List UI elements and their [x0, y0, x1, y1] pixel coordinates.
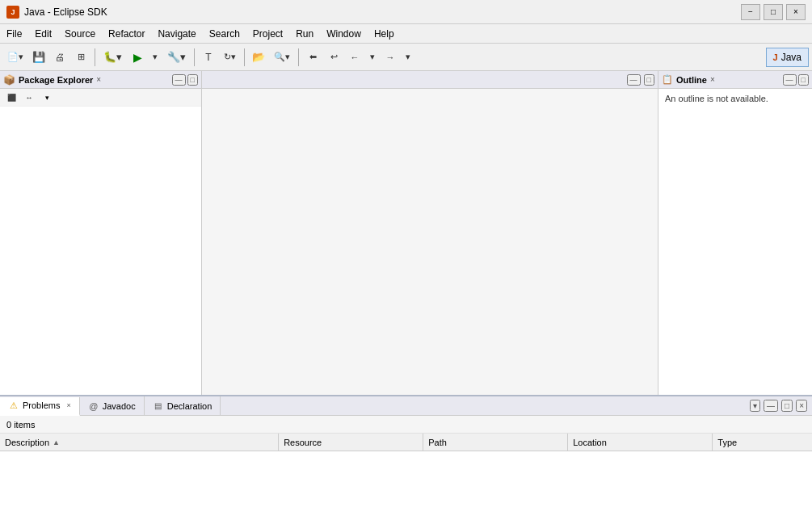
perspective-java-button[interactable]: J Java — [766, 48, 809, 67]
toolbar-separator-2 — [194, 48, 195, 66]
panels-row: 📦 Package Explorer × — □ ⬛ ↔ ▾ — [0, 71, 812, 395]
minimize-window-button[interactable]: − — [741, 4, 760, 20]
bottom-controls: ▾ — □ × — [750, 400, 812, 412]
view-menu-button[interactable]: ▾ — [39, 90, 55, 105]
window-controls: − □ × — [741, 4, 806, 20]
debug-button[interactable]: 🐛▾ — [99, 48, 126, 67]
package-explorer-minimize-button[interactable]: — — [172, 74, 186, 86]
package-explorer-content — [0, 107, 201, 395]
tab-javadoc[interactable]: @ Javadoc — [80, 396, 145, 415]
outline-header: 📋 Outline × — □ — [658, 71, 812, 89]
save-button[interactable]: 💾 — [29, 48, 48, 67]
bottom-close-button[interactable]: × — [796, 400, 807, 412]
outline-icon: 📋 — [662, 74, 673, 85]
bottom-maximize-button[interactable]: □ — [781, 400, 793, 412]
menu-navigate[interactable]: Navigate — [151, 27, 202, 41]
package-explorer-icon: 📦 — [3, 74, 15, 86]
package-explorer-header: 📦 Package Explorer × — □ — [0, 71, 201, 89]
toolbar-separator-4 — [298, 48, 299, 66]
menu-refactor[interactable]: Refactor — [102, 27, 151, 41]
outline-minimize-button[interactable]: — — [783, 74, 797, 86]
col-location[interactable]: Location — [568, 434, 713, 451]
bottom-viewmenu-button[interactable]: ▾ — [750, 400, 760, 412]
menu-project[interactable]: Project — [246, 27, 289, 41]
tab-problems[interactable]: ⚠ Problems × — [0, 397, 80, 416]
menu-search[interactable]: Search — [203, 27, 246, 41]
maximize-window-button[interactable]: □ — [764, 4, 783, 20]
menu-help[interactable]: Help — [368, 27, 401, 41]
tab-declaration[interactable]: ▤ Declaration — [145, 396, 221, 415]
package-explorer-panel: 📦 Package Explorer × — □ ⬛ ↔ ▾ — [0, 71, 202, 395]
sort-description-icon: ▲ — [53, 438, 60, 446]
app-title: Java - Eclipse SDK — [24, 6, 107, 18]
outline-maximize-button[interactable]: □ — [798, 74, 809, 86]
back-button[interactable]: ← — [345, 48, 364, 67]
col-description-label: Description — [5, 438, 49, 447]
run-dropdown[interactable]: ▾ — [149, 48, 162, 67]
search-button[interactable]: 📂 — [249, 48, 268, 67]
menu-bar: File Edit Source Refactor Navigate Searc… — [0, 24, 812, 44]
package-explorer-close-button[interactable]: × — [96, 75, 101, 84]
bottom-minimize-button[interactable]: — — [764, 400, 778, 412]
tab-problems-close-icon[interactable]: × — [66, 401, 70, 409]
menu-run[interactable]: Run — [289, 27, 320, 41]
main-layout: 📦 Package Explorer × — □ ⬛ ↔ ▾ — [0, 71, 812, 524]
outline-message: An outline is not available. — [665, 94, 768, 103]
link-with-editor-button[interactable]: ↔ — [21, 90, 37, 105]
col-location-label: Location — [573, 438, 607, 447]
col-type-label: Type — [717, 438, 737, 447]
package-explorer-maximize-button[interactable]: □ — [187, 74, 198, 86]
search-dropdown[interactable]: 🔍▾ — [270, 48, 294, 67]
collapse-all-button[interactable]: ⬛ — [3, 90, 19, 105]
title-bar: J Java - Eclipse SDK − □ × — [0, 0, 812, 24]
menu-source[interactable]: Source — [58, 27, 102, 41]
menu-file[interactable]: File — [0, 27, 28, 41]
menu-window[interactable]: Window — [320, 27, 368, 41]
col-path[interactable]: Path — [423, 434, 568, 451]
problems-table-header: Description ▲ Resource Path Location Typ… — [0, 434, 812, 451]
back-dropdown[interactable]: ▾ — [366, 48, 379, 67]
app-icon: J — [6, 6, 19, 19]
new-button[interactable]: 📄▾ — [3, 48, 27, 67]
tab-javadoc-label: Javadoc — [103, 401, 136, 411]
close-window-button[interactable]: × — [786, 4, 806, 20]
problems-count: 0 items — [6, 420, 35, 430]
menu-edit[interactable]: Edit — [28, 27, 58, 41]
tab-declaration-label: Declaration — [167, 401, 212, 411]
col-description[interactable]: Description ▲ — [0, 434, 279, 451]
problems-count-row: 0 items — [0, 416, 812, 434]
editor-maximize-button[interactable]: □ — [644, 74, 654, 86]
saveall-button[interactable]: ⊞ — [71, 48, 90, 67]
col-resource-label: Resource — [284, 438, 322, 447]
editor-content[interactable] — [202, 89, 658, 395]
tab-problems-label: Problems — [23, 400, 60, 410]
problems-icon: ⚠ — [8, 400, 19, 411]
bottom-panel: ⚠ Problems × @ Javadoc ▤ Declaration ▾ —… — [0, 395, 812, 524]
run-button[interactable]: ▶ — [128, 48, 147, 67]
open-type-button[interactable]: T — [199, 48, 218, 67]
toolbar-separator-3 — [244, 48, 245, 66]
col-resource[interactable]: Resource — [279, 434, 423, 451]
outline-content: An outline is not available. — [658, 89, 812, 395]
next-edit-button[interactable]: ↩ — [324, 48, 343, 67]
col-path-label: Path — [428, 438, 447, 447]
outline-panel: 📋 Outline × — □ An outline is not availa… — [658, 71, 812, 395]
package-explorer-toolbar: ⬛ ↔ ▾ — [0, 89, 201, 107]
javadoc-icon: @ — [88, 400, 99, 412]
declaration-icon: ▤ — [153, 400, 164, 412]
bottom-panel-content: 0 items Description ▲ Resource Path Loca… — [0, 416, 812, 524]
editor-area: — □ — [202, 71, 658, 395]
print-button[interactable]: 🖨 — [50, 48, 69, 67]
forward-dropdown[interactable]: ▾ — [402, 48, 414, 67]
col-type[interactable]: Type — [713, 434, 812, 451]
outline-label: Outline — [676, 75, 707, 85]
bottom-panel-header: ⚠ Problems × @ Javadoc ▤ Declaration ▾ —… — [0, 396, 812, 416]
toolbar-separator-1 — [95, 48, 95, 66]
editor-minimize-button[interactable]: — — [627, 74, 641, 86]
outline-close-button[interactable]: × — [710, 75, 715, 84]
forward-button[interactable]: → — [381, 48, 400, 67]
package-explorer-label: Package Explorer — [19, 75, 93, 85]
external-tools-button[interactable]: 🔧▾ — [163, 48, 190, 67]
open-dropdown[interactable]: ↻▾ — [220, 48, 240, 67]
prev-edit-button[interactable]: ⬅ — [303, 48, 322, 67]
